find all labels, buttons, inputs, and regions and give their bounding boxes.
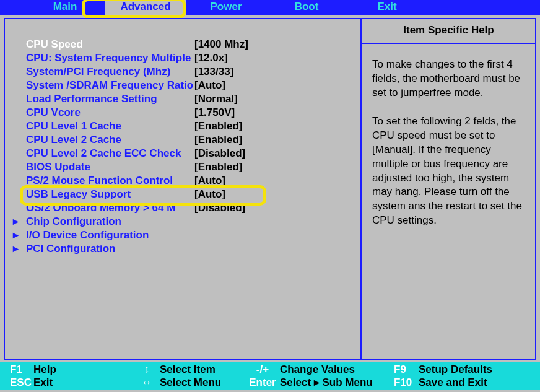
setting-value: [Enabled]	[194, 160, 242, 174]
footer-bar: F1 Help ↕ Select Item -/+ Change Values …	[0, 362, 540, 390]
menu-item-power[interactable]: Power	[186, 0, 266, 15]
setting-row[interactable]: BIOS Update[Enabled]	[5, 160, 360, 174]
setting-label: System /SDRAM Frequency Ratio	[5, 79, 194, 92]
triangle-right-icon: ▸	[5, 242, 26, 256]
menu-item-advanced[interactable]: Advanced	[105, 0, 186, 15]
help-body: To make changes to the first 4 fields, t…	[362, 44, 535, 228]
setting-label: CPU Level 2 Cache ECC Check	[5, 147, 194, 160]
label-select-menu: Select Menu	[160, 376, 221, 389]
menu-item-exit[interactable]: Exit	[347, 0, 427, 15]
label-setup-defaults: Setup Defaults	[419, 363, 492, 376]
setting-label: CPU Vcore	[5, 106, 194, 120]
setting-label: CPU Speed	[5, 38, 194, 51]
setting-label: CPU Level 1 Cache	[5, 120, 194, 133]
triangle-right-icon: ▸	[5, 229, 26, 242]
setting-value: [Enabled]	[194, 120, 242, 133]
setting-label: BIOS Update	[5, 160, 194, 174]
key-updown-icon: ↕	[134, 363, 160, 376]
label-save-exit: Save and Exit	[419, 376, 487, 389]
setting-label: CPU: System Frequency Multiple	[5, 51, 194, 65]
content-area: CPU Speed[1400 Mhz]CPU: System Frequency…	[0, 15, 540, 362]
setting-row[interactable]: CPU Level 2 Cache ECC Check[Disabled]	[5, 147, 360, 160]
setting-row[interactable]: CPU Level 2 Cache[Enabled]	[5, 133, 360, 147]
setting-value: [Disabled]	[194, 201, 245, 215]
setting-value: [1.750V]	[194, 106, 235, 120]
setting-label: System/PCI Frequency (Mhz)	[5, 65, 194, 79]
submenu-label: PCI Configuration	[26, 242, 115, 256]
key-enter: Enter	[245, 376, 280, 389]
label-change-values: Change Values	[280, 363, 355, 376]
setting-value: [Auto]	[194, 174, 225, 188]
triangle-right-icon: ▸	[5, 215, 26, 229]
menu-item-boot[interactable]: Boot	[266, 0, 347, 15]
submenu-row[interactable]: ▸PCI Configuration	[5, 242, 360, 256]
setting-row[interactable]: PS/2 Mouse Function Control[Auto]	[5, 174, 360, 188]
submenu-label: I/O Device Configuration	[26, 229, 149, 242]
setting-value: [Disabled]	[194, 147, 245, 160]
setting-row[interactable]: USB Legacy Support[Auto]	[5, 188, 360, 201]
key-f10: F10	[394, 376, 419, 389]
label-help: Help	[33, 363, 56, 376]
setting-row[interactable]: CPU Speed[1400 Mhz]	[5, 38, 360, 51]
setting-value: [Normal]	[194, 92, 238, 106]
submenu-row[interactable]: ▸I/O Device Configuration	[5, 229, 360, 242]
setting-label: PS/2 Mouse Function Control	[5, 174, 194, 188]
help-title: Item Specific Help	[362, 19, 535, 44]
key-esc: ESC	[4, 376, 33, 389]
setting-row[interactable]: System /SDRAM Frequency Ratio[Auto]	[5, 79, 360, 92]
setting-row[interactable]: System/PCI Frequency (Mhz)[133/33]	[5, 65, 360, 79]
label-select-submenu: Select ▸ Sub Menu	[280, 376, 373, 389]
key-leftright-icon: ↔	[134, 376, 160, 389]
key-plusminus: -/+	[245, 363, 280, 376]
setting-row[interactable]: CPU Vcore[1.750V]	[5, 106, 360, 120]
setting-value: [Enabled]	[194, 133, 242, 147]
submenu-label: Chip Configuration	[26, 215, 121, 229]
submenu-row[interactable]: ▸Chip Configuration	[5, 215, 360, 229]
setting-label: CPU Level 2 Cache	[5, 133, 194, 147]
key-f9: F9	[394, 363, 419, 376]
setting-row[interactable]: CPU Level 1 Cache[Enabled]	[5, 120, 360, 133]
setting-label: OS/2 Onboard Memory > 64 M	[5, 201, 194, 215]
settings-panel: CPU Speed[1400 Mhz]CPU: System Frequency…	[4, 18, 361, 360]
setting-value: [Auto]	[194, 188, 225, 201]
setting-value: [133/33]	[194, 65, 233, 79]
setting-row[interactable]: CPU: System Frequency Multiple[12.0x]	[5, 51, 360, 65]
label-exit: Exit	[33, 376, 53, 389]
setting-row[interactable]: Load Performance Setting[Normal]	[5, 92, 360, 106]
label-select-item: Select Item	[160, 363, 216, 376]
help-panel: Item Specific Help To make changes to th…	[361, 18, 536, 360]
key-f1: F1	[4, 363, 33, 376]
setting-row[interactable]: OS/2 Onboard Memory > 64 M[Disabled]	[5, 201, 360, 215]
setting-value: [1400 Mhz]	[194, 38, 248, 51]
menu-item-main[interactable]: Main	[25, 0, 105, 15]
setting-value: [Auto]	[194, 79, 225, 92]
setting-value: [12.0x]	[194, 51, 228, 65]
setting-label: USB Legacy Support	[5, 188, 194, 201]
setting-label: Load Performance Setting	[5, 92, 194, 106]
menu-bar: Main Advanced Power Boot Exit	[0, 0, 540, 15]
